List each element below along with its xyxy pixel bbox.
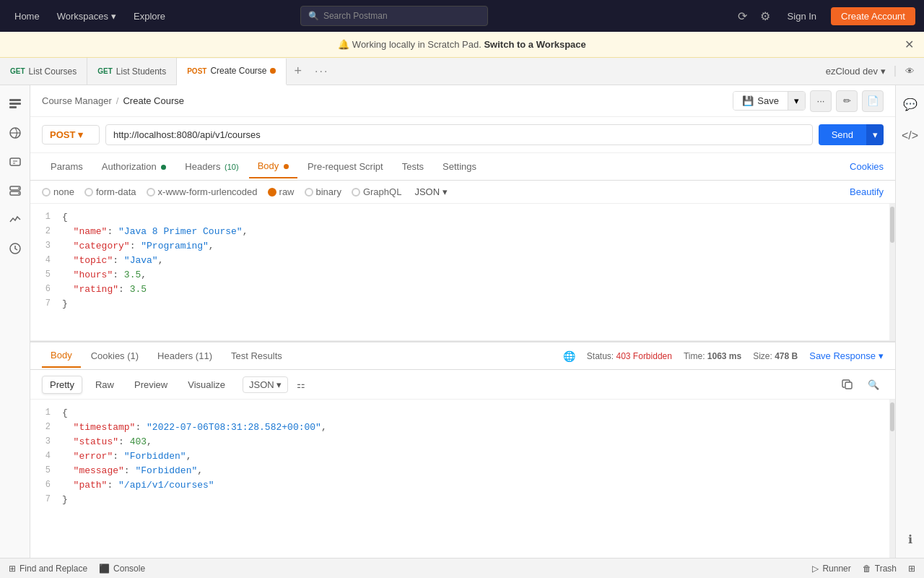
response-status-area: 🌐 Status: 403 Forbidden Time: 1063 ms Si… (563, 350, 884, 362)
nav-explore[interactable]: Explore (128, 8, 171, 25)
monitors-icon[interactable] (2, 207, 28, 233)
cookies-link[interactable]: Cookies (850, 161, 884, 172)
beautify-button[interactable]: Beautify (850, 186, 884, 197)
history-icon[interactable] (2, 236, 28, 262)
request-body-editor[interactable]: 1 { 2 "name": "Java 8 Primer Course", 3 … (30, 204, 895, 341)
settings-icon[interactable]: ⚙ (757, 7, 773, 26)
filter-icon[interactable]: ⚏ (297, 379, 305, 390)
tab-list-courses[interactable]: GET List Courses (0, 58, 87, 85)
tab-body[interactable]: Body (249, 155, 297, 178)
method-select[interactable]: POST ▾ (42, 125, 100, 144)
breadcrumb-parent[interactable]: Course Manager (42, 95, 112, 106)
radio-graphql (352, 188, 360, 197)
layout-icon[interactable]: ⊞ (908, 564, 915, 574)
workspace-selector[interactable]: ezCloud dev ▾ (817, 66, 894, 77)
tab-label: List Courses (29, 66, 77, 77)
trash-icon: 🗑 (863, 564, 871, 574)
create-account-button[interactable]: Create Account (831, 7, 915, 25)
send-dropdown-button[interactable]: ▾ (866, 124, 884, 145)
tab-create-course[interactable]: POST Create Course (177, 59, 287, 85)
save-button[interactable]: 💾 Save (733, 92, 788, 110)
collections-icon[interactable] (2, 91, 28, 117)
response-time: 1063 ms (707, 351, 741, 361)
eye-icon[interactable]: 👁 (895, 66, 924, 77)
tab-prerequest[interactable]: Pre-request Script (299, 155, 392, 178)
tab-headers[interactable]: Headers (10) (176, 155, 247, 178)
banner: 🔔 Working locally in Scratch Pad. Switch… (0, 32, 924, 58)
response-json-select[interactable]: JSON ▾ (243, 376, 288, 393)
format-none[interactable]: none (42, 186, 74, 197)
resp-tab-test-results[interactable]: Test Results (222, 345, 291, 367)
environments-icon[interactable] (2, 149, 28, 175)
format-raw[interactable]: raw (268, 186, 295, 197)
json-format-select[interactable]: JSON ▾ (414, 186, 448, 197)
breadcrumb: Course Manager / Create Course (42, 95, 184, 106)
more-tabs-button[interactable]: ··· (309, 65, 334, 78)
chat-icon[interactable]: 💬 (897, 91, 923, 117)
chevron-down-icon: ▾ (78, 129, 83, 140)
mock-servers-icon[interactable] (2, 178, 28, 204)
tab-params[interactable]: Params (42, 155, 92, 178)
method-badge-post: POST (187, 67, 206, 75)
tab-tests[interactable]: Tests (393, 155, 432, 178)
visualize-button[interactable]: Visualize (180, 376, 232, 393)
url-input[interactable] (105, 124, 813, 145)
preview-button[interactable]: Preview (127, 376, 175, 393)
request-tabs: Params Authorization Headers (10) Body P… (30, 153, 895, 181)
console-button[interactable]: ⬛ Console (99, 564, 145, 574)
more-options-button[interactable]: ··· (810, 90, 832, 112)
headers-badge: (10) (225, 163, 239, 171)
chevron-down-icon: ▾ (443, 186, 448, 197)
resp-tab-headers[interactable]: Headers (11) (149, 345, 221, 367)
search-bar[interactable]: 🔍 Search Postman (300, 6, 488, 26)
code-line: 4 "topic": "Java", (30, 253, 895, 267)
code-icon[interactable]: </> (897, 123, 923, 149)
apis-icon[interactable] (2, 120, 28, 146)
response-right-icons: 🔍 (837, 374, 884, 394)
format-urlencoded[interactable]: x-www-form-urlencoded (147, 186, 258, 197)
breadcrumb-current: Create Course (123, 95, 184, 106)
format-form-data[interactable]: form-data (84, 186, 136, 197)
document-icon-button[interactable]: 📄 (862, 90, 884, 112)
tab-label: Create Course (210, 66, 266, 76)
banner-link[interactable]: Switch to a Workspace (484, 39, 585, 50)
search-icon[interactable]: 🔍 (863, 374, 884, 394)
format-binary[interactable]: binary (305, 186, 341, 197)
sign-in-button[interactable]: Sign In (780, 8, 824, 25)
radio-none (42, 188, 51, 197)
chevron-down-icon: ▾ (879, 350, 884, 361)
globe-icon: 🌐 (563, 350, 575, 362)
send-button[interactable]: Send (819, 124, 866, 145)
save-dropdown-button[interactable]: ▾ (788, 92, 805, 110)
runner-button[interactable]: ▷ Runner (812, 564, 850, 574)
nav-home[interactable]: Home (9, 8, 45, 25)
format-graphql[interactable]: GraphQL (352, 186, 401, 197)
tab-list-students[interactable]: GET List Students (87, 58, 177, 85)
find-replace-button[interactable]: ⊞ Find and Replace (9, 564, 87, 574)
scrollbar-thumb (890, 207, 894, 243)
runner-icon: ▷ (812, 564, 819, 574)
toolbar-right: 💾 Save ▾ ··· ✏ 📄 (733, 90, 884, 112)
raw-button[interactable]: Raw (88, 376, 121, 393)
body-dot (284, 164, 289, 169)
info-icon[interactable]: ℹ (897, 526, 923, 552)
save-response-button[interactable]: Save Response ▾ (809, 350, 884, 361)
pretty-button[interactable]: Pretty (42, 376, 82, 394)
sync-icon[interactable]: ⟳ (735, 7, 750, 26)
code-lines: 1 { 2 "name": "Java 8 Primer Course", 3 … (30, 204, 895, 340)
tab-settings[interactable]: Settings (434, 155, 485, 178)
top-nav: Home Workspaces ▾ Explore 🔍 Search Postm… (0, 0, 924, 32)
edit-icon-button[interactable]: ✏ (836, 90, 858, 112)
copy-icon[interactable] (837, 374, 858, 394)
status-badge: 403 Forbidden (616, 351, 672, 361)
nav-workspaces[interactable]: Workspaces ▾ (57, 11, 116, 22)
resp-tab-cookies[interactable]: Cookies (1) (82, 345, 147, 367)
tab-authorization[interactable]: Authorization (93, 155, 175, 178)
add-tab-button[interactable]: + (287, 64, 309, 79)
close-icon[interactable]: ✕ (905, 38, 914, 51)
unsaved-dot (270, 68, 276, 74)
response-section: Body Cookies (1) Headers (11) Test Resul… (30, 341, 895, 558)
svg-rect-10 (845, 382, 852, 389)
resp-tab-body[interactable]: Body (42, 344, 81, 368)
trash-button[interactable]: 🗑 Trash (863, 564, 897, 574)
